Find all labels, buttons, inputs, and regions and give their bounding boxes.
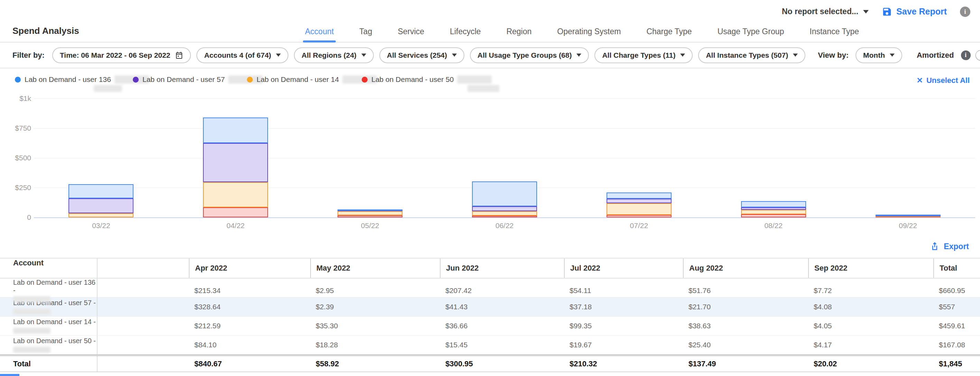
total-value-cell: $20.02 bbox=[808, 356, 933, 371]
horizontal-scrollbar[interactable] bbox=[0, 374, 19, 376]
export-button[interactable]: Export bbox=[930, 241, 969, 251]
info-icon[interactable]: i bbox=[960, 6, 970, 17]
x-axis-tick: 03/22 bbox=[77, 222, 125, 230]
gridline bbox=[34, 158, 975, 158]
table-row[interactable]: Lab on Demand - user 14 -$212.59$35.30$3… bbox=[0, 317, 980, 336]
y-axis-tick: $750 bbox=[3, 124, 31, 132]
instance-types-filter[interactable]: All Instance Types (507) bbox=[698, 48, 805, 63]
bar-segment-lab-on-demand-user-57[interactable] bbox=[203, 143, 268, 182]
tab-instance-type[interactable]: Instance Type bbox=[810, 21, 859, 42]
tab-tag[interactable]: Tag bbox=[359, 21, 372, 42]
value-cell: $4.05 bbox=[808, 317, 933, 335]
chart-legend: ✕ Unselect All Lab on Demand - user 136L… bbox=[0, 68, 980, 93]
usage-type-groups-filter[interactable]: All Usage Type Groups (68) bbox=[470, 48, 589, 63]
table-row[interactable]: Lab on Demand - user 136 -$215.34$2.95$2… bbox=[0, 279, 980, 298]
total-label: Total bbox=[13, 359, 31, 368]
bar-segment-lab-on-demand-user-57[interactable] bbox=[472, 206, 537, 211]
column-header-total: Total bbox=[933, 259, 980, 278]
value-cell: $84.10 bbox=[189, 336, 310, 354]
bar-segment-lab-on-demand-user-14[interactable] bbox=[337, 211, 402, 215]
view-by-group: View by: Month bbox=[818, 48, 902, 63]
bar-segment-lab-on-demand-user-14[interactable] bbox=[203, 182, 268, 207]
bar-segment-lab-on-demand-user-57[interactable] bbox=[741, 207, 806, 210]
tab-account[interactable]: Account bbox=[305, 21, 334, 42]
tab-bar: AccountTagServiceLifecycleRegionOperatin… bbox=[305, 21, 859, 42]
report-selector-dropdown[interactable]: No report selected... bbox=[782, 7, 869, 16]
value-cell: $18.28 bbox=[310, 336, 440, 354]
unselect-all-button[interactable]: ✕ Unselect All bbox=[916, 76, 970, 85]
tab-service[interactable]: Service bbox=[398, 21, 424, 42]
redacted-text bbox=[13, 309, 51, 315]
tab-usage-type-group[interactable]: Usage Type Group bbox=[718, 21, 784, 42]
bar-segment-lab-on-demand-user-14[interactable] bbox=[741, 210, 806, 214]
save-report-button[interactable]: Save Report bbox=[882, 6, 947, 17]
export-label: Export bbox=[944, 242, 969, 251]
table-row[interactable]: Lab on Demand - user 50 -$84.10$18.28$15… bbox=[0, 336, 980, 355]
bar-segment-lab-on-demand-user-50[interactable] bbox=[606, 215, 671, 217]
gridline bbox=[34, 217, 975, 218]
save-report-label: Save Report bbox=[896, 6, 947, 17]
accounts-filter[interactable]: Accounts 4 (of 674) bbox=[196, 48, 288, 63]
amortized-info-icon[interactable]: i bbox=[961, 51, 970, 60]
total-label-cell: Total bbox=[0, 356, 97, 371]
time-filter[interactable]: Time: 06 Mar 2022 - 06 Sep 2022 bbox=[52, 48, 191, 63]
services-filter-label: All Services (254) bbox=[387, 51, 447, 59]
total-value-cell: $210.32 bbox=[564, 356, 683, 371]
bar-segment-lab-on-demand-user-136[interactable] bbox=[68, 184, 134, 198]
legend-item-lab-on-demand-user-14[interactable]: Lab on Demand - user 14 bbox=[247, 75, 377, 84]
tab-lifecycle[interactable]: Lifecycle bbox=[450, 21, 480, 42]
bar-segment-lab-on-demand-user-50[interactable] bbox=[741, 214, 806, 217]
bar-segment-lab-on-demand-user-136[interactable] bbox=[337, 209, 402, 211]
amortized-group: Amortized i bbox=[917, 50, 980, 60]
page-title: Spend Analysis bbox=[13, 25, 79, 36]
column-header-sep-2022: Sep 2022 bbox=[808, 259, 933, 278]
view-by-dropdown[interactable]: Month bbox=[856, 48, 902, 63]
bar-segment-lab-on-demand-user-14[interactable] bbox=[68, 213, 134, 217]
value-cell: $38.63 bbox=[683, 317, 808, 335]
redacted-text bbox=[13, 347, 51, 353]
export-icon bbox=[930, 241, 940, 251]
legend-item-lab-on-demand-user-50[interactable]: Lab on Demand - user 50 bbox=[362, 75, 492, 84]
services-filter[interactable]: All Services (254) bbox=[379, 48, 465, 63]
amortized-toggle[interactable] bbox=[975, 50, 980, 60]
column-header-jun-2022: Jun 2022 bbox=[440, 259, 564, 278]
bar-segment-lab-on-demand-user-14[interactable] bbox=[472, 211, 537, 216]
bar-segment-lab-on-demand-user-14[interactable] bbox=[606, 203, 671, 215]
tab-operating-system[interactable]: Operating System bbox=[557, 21, 621, 42]
tab-charge-type[interactable]: Charge Type bbox=[646, 21, 692, 42]
bar-segment-lab-on-demand-user-136[interactable] bbox=[875, 214, 940, 216]
regions-filter[interactable]: All Regions (24) bbox=[294, 48, 374, 63]
table-row[interactable]: Lab on Demand - user 57 -$328.64$2.39$41… bbox=[0, 298, 980, 317]
value-cell: $35.30 bbox=[310, 317, 440, 335]
value-cell: $99.35 bbox=[564, 317, 683, 335]
bar-segment-lab-on-demand-user-136[interactable] bbox=[203, 117, 268, 143]
bar-segment-lab-on-demand-user-136[interactable] bbox=[472, 181, 537, 206]
bar-segment-lab-on-demand-user-57[interactable] bbox=[68, 198, 134, 213]
legend-item-lab-on-demand-user-136[interactable]: Lab on Demand - user 136 bbox=[15, 75, 149, 84]
chevron-down-icon bbox=[452, 54, 457, 57]
redacted-text bbox=[468, 85, 500, 92]
legend-item-lab-on-demand-user-57[interactable]: Lab on Demand - user 57 bbox=[133, 75, 263, 84]
y-axis-tick: $500 bbox=[3, 154, 31, 162]
column-header-aug-2022: Aug 2022 bbox=[683, 259, 808, 278]
value-cell: $2.39 bbox=[310, 298, 440, 316]
regions-filter-label: All Regions (24) bbox=[302, 51, 356, 59]
x-axis-tick: 09/22 bbox=[884, 222, 932, 230]
spend-table: AccountApr 2022May 2022Jun 2022Jul 2022A… bbox=[0, 258, 980, 372]
column-header-label: Sep 2022 bbox=[815, 264, 847, 273]
calendar-icon bbox=[175, 51, 183, 59]
redacted-text bbox=[13, 296, 51, 302]
bar-segment-lab-on-demand-user-50[interactable] bbox=[203, 207, 268, 217]
bar-segment-lab-on-demand-user-57[interactable] bbox=[606, 199, 671, 203]
redacted-text bbox=[457, 75, 492, 84]
legend-label: Lab on Demand - user 136 bbox=[25, 75, 111, 84]
chevron-down-icon bbox=[276, 54, 281, 57]
bar-segment-lab-on-demand-user-136[interactable] bbox=[741, 201, 806, 207]
time-filter-label: Time: 06 Mar 2022 - 06 Sep 2022 bbox=[60, 51, 170, 59]
value-cell: $36.66 bbox=[440, 317, 564, 335]
tab-region[interactable]: Region bbox=[506, 21, 531, 42]
bar-segment-lab-on-demand-user-136[interactable] bbox=[606, 192, 671, 199]
bar-segment-lab-on-demand-user-50[interactable] bbox=[337, 215, 402, 217]
bar-segment-lab-on-demand-user-50[interactable] bbox=[472, 216, 537, 217]
charge-types-filter[interactable]: All Charge Types (11) bbox=[595, 48, 693, 63]
